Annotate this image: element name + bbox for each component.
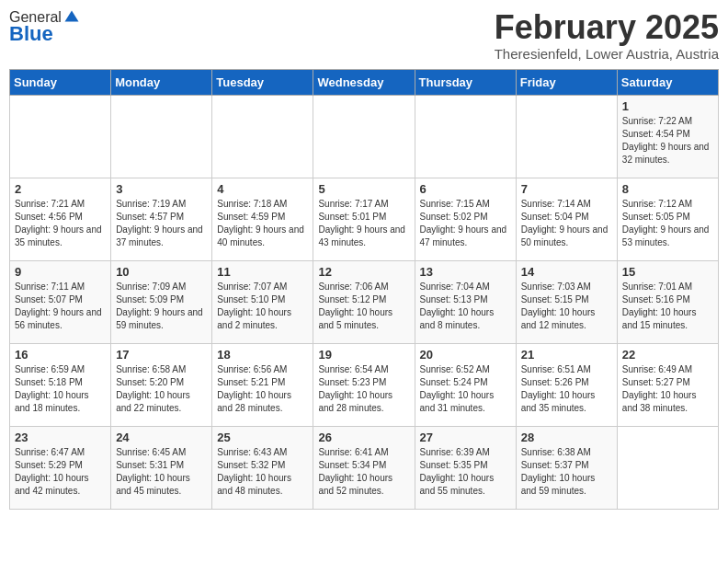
day-number: 24 [116, 431, 207, 444]
day-info: Sunrise: 7:17 AM Sunset: 5:01 PM Dayligh… [318, 198, 409, 249]
day-info: Sunrise: 7:19 AM Sunset: 4:57 PM Dayligh… [116, 198, 207, 249]
day-info: Sunrise: 6:39 AM Sunset: 5:35 PM Dayligh… [420, 446, 511, 498]
calendar-cell: 5Sunrise: 7:17 AM Sunset: 5:01 PM Daylig… [313, 178, 415, 260]
day-number: 9 [15, 265, 106, 279]
day-number: 10 [116, 265, 207, 279]
logo-icon [63, 9, 80, 26]
calendar-cell: 25Sunrise: 6:43 AM Sunset: 5:32 PM Dayli… [212, 426, 313, 509]
day-number: 4 [217, 182, 308, 196]
day-number: 7 [521, 182, 612, 196]
day-info: Sunrise: 6:59 AM Sunset: 5:18 PM Dayligh… [15, 363, 106, 415]
day-info: Sunrise: 6:49 AM Sunset: 5:27 PM Dayligh… [622, 363, 713, 415]
day-number: 26 [318, 431, 409, 444]
day-number: 16 [15, 348, 106, 362]
day-info: Sunrise: 7:09 AM Sunset: 5:09 PM Dayligh… [116, 281, 207, 332]
day-number: 21 [521, 348, 612, 362]
day-info: Sunrise: 6:47 AM Sunset: 5:29 PM Dayligh… [15, 446, 106, 498]
day-info: Sunrise: 7:07 AM Sunset: 5:10 PM Dayligh… [217, 281, 308, 332]
weekday-header-monday: Monday [111, 69, 212, 95]
day-number: 27 [420, 431, 511, 444]
day-number: 8 [622, 182, 713, 196]
weekday-header-wednesday: Wednesday [313, 69, 415, 95]
calendar-cell [111, 95, 212, 178]
calendar-cell: 6Sunrise: 7:15 AM Sunset: 5:02 PM Daylig… [415, 178, 516, 260]
day-number: 3 [116, 182, 207, 196]
calendar-cell: 4Sunrise: 7:18 AM Sunset: 4:59 PM Daylig… [212, 178, 313, 260]
day-number: 11 [217, 265, 308, 279]
day-info: Sunrise: 6:51 AM Sunset: 5:26 PM Dayligh… [521, 363, 612, 415]
day-number: 18 [217, 348, 308, 362]
day-info: Sunrise: 6:43 AM Sunset: 5:32 PM Dayligh… [217, 446, 308, 498]
day-info: Sunrise: 6:52 AM Sunset: 5:24 PM Dayligh… [420, 363, 511, 415]
day-info: Sunrise: 6:58 AM Sunset: 5:20 PM Dayligh… [116, 363, 207, 415]
logo: General Blue [9, 9, 80, 46]
day-number: 15 [622, 265, 713, 279]
day-number: 5 [318, 182, 409, 196]
title-block: February 2025 Theresienfeld, Lower Austr… [495, 9, 719, 62]
weekday-header-sunday: Sunday [10, 69, 111, 95]
day-info: Sunrise: 7:04 AM Sunset: 5:13 PM Dayligh… [420, 281, 511, 332]
calendar-cell: 3Sunrise: 7:19 AM Sunset: 4:57 PM Daylig… [111, 178, 212, 260]
day-info: Sunrise: 7:01 AM Sunset: 5:16 PM Dayligh… [622, 281, 713, 332]
calendar-cell: 19Sunrise: 6:54 AM Sunset: 5:23 PM Dayli… [313, 343, 415, 426]
weekday-header-friday: Friday [516, 69, 617, 95]
day-info: Sunrise: 6:54 AM Sunset: 5:23 PM Dayligh… [318, 363, 409, 415]
day-info: Sunrise: 7:22 AM Sunset: 4:54 PM Dayligh… [622, 115, 713, 167]
day-info: Sunrise: 7:11 AM Sunset: 5:07 PM Dayligh… [15, 281, 106, 332]
day-number: 2 [15, 182, 106, 196]
calendar-cell: 7Sunrise: 7:14 AM Sunset: 5:04 PM Daylig… [516, 178, 617, 260]
svg-marker-0 [64, 11, 78, 22]
day-number: 23 [15, 431, 106, 444]
calendar-cell: 20Sunrise: 6:52 AM Sunset: 5:24 PM Dayli… [415, 343, 516, 426]
day-info: Sunrise: 7:15 AM Sunset: 5:02 PM Dayligh… [420, 198, 511, 249]
calendar-cell: 1Sunrise: 7:22 AM Sunset: 4:54 PM Daylig… [617, 95, 718, 178]
day-info: Sunrise: 7:03 AM Sunset: 5:15 PM Dayligh… [521, 281, 612, 332]
day-info: Sunrise: 6:41 AM Sunset: 5:34 PM Dayligh… [318, 446, 409, 498]
weekday-header-tuesday: Tuesday [212, 69, 313, 95]
calendar-cell [415, 95, 516, 178]
day-number: 14 [521, 265, 612, 279]
day-info: Sunrise: 7:18 AM Sunset: 4:59 PM Dayligh… [217, 198, 308, 249]
calendar-cell: 16Sunrise: 6:59 AM Sunset: 5:18 PM Dayli… [10, 343, 111, 426]
day-info: Sunrise: 6:45 AM Sunset: 5:31 PM Dayligh… [116, 446, 207, 498]
page-header: General Blue February 2025 Theresienfeld… [9, 9, 719, 62]
calendar-cell: 27Sunrise: 6:39 AM Sunset: 5:35 PM Dayli… [415, 426, 516, 509]
calendar-cell: 14Sunrise: 7:03 AM Sunset: 5:15 PM Dayli… [516, 260, 617, 343]
calendar-cell: 11Sunrise: 7:07 AM Sunset: 5:10 PM Dayli… [212, 260, 313, 343]
calendar-cell: 15Sunrise: 7:01 AM Sunset: 5:16 PM Dayli… [617, 260, 718, 343]
day-number: 1 [622, 99, 713, 113]
day-number: 17 [116, 348, 207, 362]
calendar-cell: 18Sunrise: 6:56 AM Sunset: 5:21 PM Dayli… [212, 343, 313, 426]
calendar-cell: 10Sunrise: 7:09 AM Sunset: 5:09 PM Dayli… [111, 260, 212, 343]
day-number: 20 [420, 348, 511, 362]
calendar-cell: 22Sunrise: 6:49 AM Sunset: 5:27 PM Dayli… [617, 343, 718, 426]
day-info: Sunrise: 6:38 AM Sunset: 5:37 PM Dayligh… [521, 446, 612, 498]
day-info: Sunrise: 7:12 AM Sunset: 5:05 PM Dayligh… [622, 198, 713, 249]
day-info: Sunrise: 7:06 AM Sunset: 5:12 PM Dayligh… [318, 281, 409, 332]
calendar-title: February 2025 [495, 9, 719, 46]
calendar-cell: 13Sunrise: 7:04 AM Sunset: 5:13 PM Dayli… [415, 260, 516, 343]
calendar-cell: 24Sunrise: 6:45 AM Sunset: 5:31 PM Dayli… [111, 426, 212, 509]
day-number: 22 [622, 348, 713, 362]
weekday-header-thursday: Thursday [415, 69, 516, 95]
day-number: 6 [420, 182, 511, 196]
calendar-cell: 28Sunrise: 6:38 AM Sunset: 5:37 PM Dayli… [516, 426, 617, 509]
logo-blue-text: Blue [9, 22, 53, 46]
day-number: 25 [217, 431, 308, 444]
calendar-subtitle: Theresienfeld, Lower Austria, Austria [495, 46, 719, 62]
calendar-cell: 9Sunrise: 7:11 AM Sunset: 5:07 PM Daylig… [10, 260, 111, 343]
calendar-cell: 12Sunrise: 7:06 AM Sunset: 5:12 PM Dayli… [313, 260, 415, 343]
day-number: 13 [420, 265, 511, 279]
day-info: Sunrise: 6:56 AM Sunset: 5:21 PM Dayligh… [217, 363, 308, 415]
calendar-cell [212, 95, 313, 178]
calendar-cell: 26Sunrise: 6:41 AM Sunset: 5:34 PM Dayli… [313, 426, 415, 509]
day-info: Sunrise: 7:21 AM Sunset: 4:56 PM Dayligh… [15, 198, 106, 249]
day-number: 12 [318, 265, 409, 279]
calendar-cell: 2Sunrise: 7:21 AM Sunset: 4:56 PM Daylig… [10, 178, 111, 260]
calendar-cell: 21Sunrise: 6:51 AM Sunset: 5:26 PM Dayli… [516, 343, 617, 426]
weekday-header-saturday: Saturday [617, 69, 718, 95]
day-number: 19 [318, 348, 409, 362]
calendar-cell [516, 95, 617, 178]
calendar-cell [313, 95, 415, 178]
calendar-cell: 8Sunrise: 7:12 AM Sunset: 5:05 PM Daylig… [617, 178, 718, 260]
